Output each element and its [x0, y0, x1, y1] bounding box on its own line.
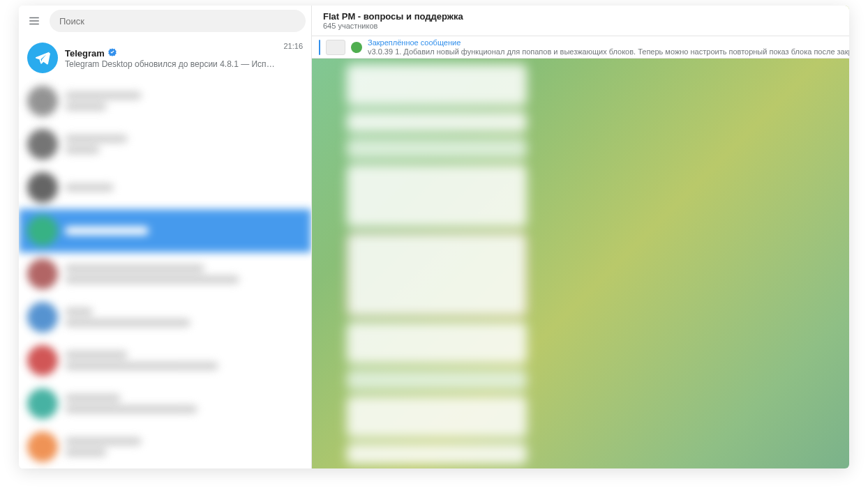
pinned-message[interactable]: Закреплённое сообщение v3.0.39 1. Добави… — [312, 36, 849, 59]
chat-title: Telegram — [65, 48, 105, 59]
telegram-icon — [34, 49, 51, 66]
chat-preview: Telegram Desktop обновился до версии 4.8… — [65, 59, 276, 69]
chat-list[interactable]: Telegram Telegram Desktop обновился до в… — [19, 36, 311, 468]
chat-panel: Flat PM - вопросы и поддержка 645 участн… — [312, 6, 849, 468]
messages-area[interactable]: 22 — [312, 59, 849, 468]
chat-header[interactable]: Flat PM - вопросы и поддержка 645 участн… — [312, 6, 849, 36]
chat-item-telegram[interactable]: Telegram Telegram Desktop обновился до в… — [19, 36, 311, 79]
avatar — [27, 43, 58, 73]
sidebar-top — [19, 6, 311, 36]
chat-text: Telegram Telegram Desktop обновился до в… — [65, 47, 276, 69]
chat-time: 21:16 — [283, 42, 303, 50]
verified-icon — [107, 47, 117, 59]
blurred-messages — [312, 59, 535, 468]
pinned-indicator — [319, 40, 320, 55]
search-input[interactable] — [50, 10, 306, 32]
hamburger-icon — [28, 15, 40, 27]
app-window: Telegram Telegram Desktop обновился до в… — [19, 6, 849, 468]
sidebar: Telegram Telegram Desktop обновился до в… — [19, 6, 312, 468]
chat-members: 645 участников — [323, 22, 849, 30]
menu-button[interactable] — [24, 11, 44, 31]
header-info: Flat PM - вопросы и поддержка 645 участн… — [323, 11, 849, 30]
pinned-text: v3.0.39 1. Добавил новый функционал для … — [368, 47, 849, 56]
pinned-content: Закреплённое сообщение v3.0.39 1. Добави… — [368, 38, 849, 56]
blurred-chats — [19, 79, 311, 468]
pinned-avatar — [351, 42, 362, 53]
pinned-label: Закреплённое сообщение — [368, 38, 849, 47]
pinned-thumbnail — [326, 40, 345, 55]
chat-title: Flat PM - вопросы и поддержка — [323, 11, 849, 22]
